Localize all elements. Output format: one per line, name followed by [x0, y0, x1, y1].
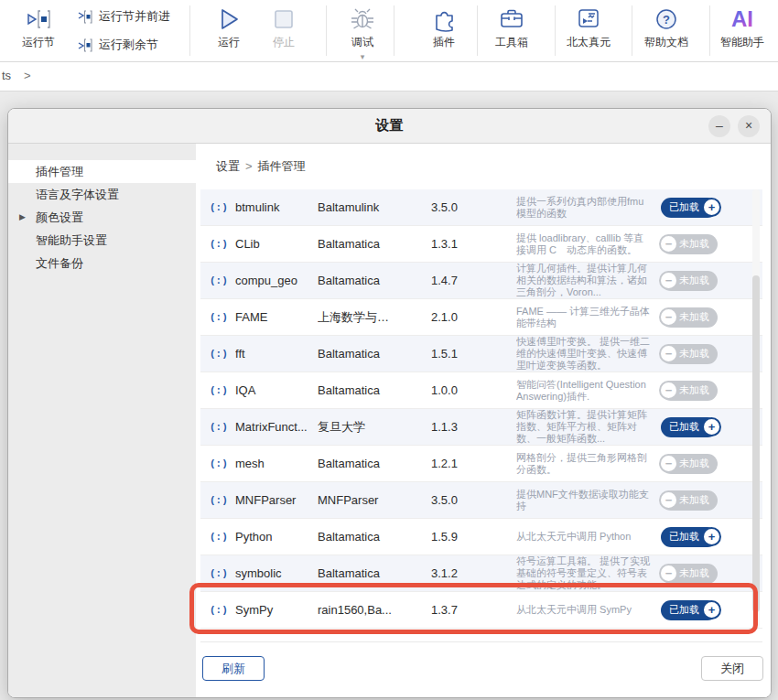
load-toggle[interactable]: 已加载 + [661, 600, 718, 620]
toolbar-separator [326, 5, 327, 56]
table-scrollbar[interactable] [752, 189, 760, 629]
load-toggle[interactable]: 已加载 + [661, 417, 718, 437]
toggle-knob-icon: + [702, 417, 721, 436]
plugin-name: CLib [235, 237, 318, 251]
ai-assistant-button[interactable]: AI 智能助手 [713, 3, 772, 59]
close-icon: × [745, 118, 752, 133]
load-toggle[interactable]: 未加载 − [661, 234, 718, 254]
table-row[interactable]: (:) SymPy rain1560,Ba... 1.3.7 从北太天元中调用 … [200, 592, 762, 629]
plugins-button[interactable]: 插件 [416, 3, 471, 59]
load-toggle[interactable]: 已加载 + [661, 527, 718, 547]
table-row[interactable]: (:) MNFParser MNFParser 3.5.0 提供MNF文件数据读… [200, 482, 762, 519]
beitai-zhenyuan-icon [559, 3, 618, 36]
toggle-knob-icon: − [659, 271, 678, 290]
load-toggle[interactable]: 未加载 − [661, 490, 718, 511]
run-node-forward-button[interactable]: 运行节并前进 [77, 5, 170, 28]
run-button[interactable]: 运行 [205, 3, 253, 59]
plugin-icon: (:) [200, 275, 235, 286]
plugin-description: 快速傅里叶变换。 提供一维二维的快速傅里叶变换、快速傅里叶逆变换等函数。 [516, 336, 654, 372]
table-row[interactable]: (:) MatrixFunct... 复旦大学 1.1.3 矩阵函数计算。提供计… [200, 409, 762, 446]
plugin-description: 符号运算工具箱。 提供了实现基础的符号变量定义、符号表达式的定义的功能。 [516, 555, 654, 591]
table-row[interactable]: (:) btmulink Baltamulink 3.5.0 提供一系列仿真内部… [200, 189, 762, 226]
help-docs-button[interactable]: ? 帮助文档 [637, 3, 696, 59]
plugin-description: FAME —— 计算三维光子晶体能带结构 [516, 306, 654, 329]
debug-bug-icon [335, 3, 390, 36]
run-node-button[interactable]: 运行节 [13, 3, 64, 59]
load-toggle[interactable]: 未加载 − [661, 344, 718, 364]
plugin-icon: (:) [200, 312, 235, 323]
plugin-version: 2.1.0 [431, 310, 516, 324]
toggle-label: 未加载 [679, 237, 709, 251]
plugin-author: 复旦大学 [318, 419, 431, 436]
plugin-version: 1.1.3 [431, 420, 516, 434]
plugin-description: 矩阵函数计算。提供计算矩阵指数、矩阵平方根、矩阵对数、一般矩阵函数... [516, 409, 654, 445]
toggle-knob-icon: − [659, 344, 678, 363]
plugin-version: 1.0.0 [431, 383, 516, 397]
run-label: 运行 [205, 36, 253, 48]
plugin-name: Python [235, 530, 318, 544]
load-toggle[interactable]: 已加载 + [661, 198, 718, 218]
breadcrumb-root[interactable]: 设置 [216, 159, 240, 173]
close-dialog-button[interactable]: 关闭 [701, 656, 763, 681]
plugin-author: Baltamatica [318, 530, 431, 544]
load-toggle[interactable]: 未加载 − [661, 454, 718, 474]
sidebar-item-文件备份[interactable]: 文件备份 [8, 252, 196, 275]
load-toggle[interactable]: 未加载 − [661, 564, 718, 584]
debug-button[interactable]: 调试 ▾ [335, 3, 390, 59]
puzzle-icon [416, 3, 471, 36]
run-icon [205, 3, 253, 36]
beitai-zhenyuan-button[interactable]: 北太真元 [559, 3, 618, 59]
breadcrumb-current: 插件管理 [258, 159, 306, 173]
plugin-name: SymPy [235, 603, 318, 617]
table-row[interactable]: (:) FAME 上海数学与… 2.1.0 FAME —— 计算三维光子晶体能带… [200, 299, 762, 336]
plugin-icon: (:) [200, 605, 235, 616]
sidebar-item-语言及字体设置[interactable]: 语言及字体设置 [8, 183, 196, 206]
load-toggle[interactable]: 未加载 − [661, 271, 718, 291]
table-row[interactable]: (:) Python Baltamatica 1.5.9 从北太天元中调用 Py… [200, 519, 762, 555]
scrollbar-thumb[interactable] [752, 275, 760, 612]
toggle-label: 已加载 [669, 420, 699, 434]
toggle-label: 未加载 [679, 274, 709, 287]
tab-label-truncated[interactable]: ts [2, 69, 11, 82]
table-row[interactable]: (:) compu_geo Baltamatica 1.4.7 计算几何插件。提… [200, 263, 762, 299]
plugin-name: IQA [235, 383, 318, 397]
close-button[interactable]: × [738, 115, 760, 137]
toolbar-separator [394, 5, 394, 56]
plugin-author: Baltamatica [318, 566, 431, 580]
sidebar-item-label: 插件管理 [36, 165, 83, 178]
load-toggle[interactable]: 未加载 − [661, 307, 718, 328]
sidebar-item-插件管理[interactable]: 插件管理 [8, 160, 196, 183]
stop-button: 停止 [260, 3, 308, 59]
sidebar-item-颜色设置[interactable]: ▶ 颜色设置 [8, 206, 196, 229]
settings-sidebar: 插件管理 语言及字体设置 ▶ 颜色设置 智能助手设置 文件备份 [8, 144, 196, 697]
toolbox-icon [483, 3, 540, 36]
plugin-version: 3.5.0 [431, 200, 516, 214]
plugin-description: 计算几何插件。提供计算几何相关的数据结构和算法，诸如三角剖分，Voron... [516, 263, 654, 298]
toolbox-button[interactable]: 工具箱 [483, 3, 540, 59]
sidebar-item-智能助手设置[interactable]: 智能助手设置 [8, 229, 196, 252]
plugin-author: 上海数学与… [318, 309, 431, 326]
toolbar-separator [477, 5, 478, 56]
run-remaining-button[interactable]: 运行剩余节 [77, 33, 158, 57]
plugin-icon: (:) [200, 568, 235, 579]
expand-caret-icon[interactable]: ▶ [19, 206, 26, 229]
table-row[interactable]: (:) mesh Baltamatica 1.2.1 网格剖分，提供三角形网格剖… [200, 446, 762, 482]
run-remaining-label: 运行剩余节 [99, 37, 158, 53]
plugin-version: 1.3.1 [431, 237, 516, 251]
ai-logo-icon: AI [713, 3, 772, 36]
table-row[interactable]: (:) fft Baltamatica 1.5.1 快速傅里叶变换。 提供一维二… [200, 336, 762, 372]
table-row[interactable]: (:) CLib Baltamatica 1.3.1 提供 loadlibrar… [200, 226, 762, 263]
plugin-table: (:) btmulink Baltamulink 3.5.0 提供一系列仿真内部… [200, 189, 762, 629]
minimize-button[interactable]: – [708, 115, 730, 137]
load-toggle[interactable]: 未加载 − [661, 381, 718, 401]
svg-text:?: ? [663, 13, 670, 27]
chevron-down-icon[interactable]: ▾ [335, 53, 390, 60]
toggle-knob-icon: − [659, 234, 678, 253]
toggle-label: 未加载 [679, 310, 709, 324]
table-row[interactable]: (:) symbolic Baltamatica 3.1.2 符号运算工具箱。 … [200, 555, 762, 592]
table-row[interactable]: (:) IQA Baltamatica 1.0.0 智能问答(Intellige… [200, 372, 762, 409]
refresh-button[interactable]: 刷新 [202, 656, 265, 681]
plugin-author: Baltamatica [318, 237, 431, 251]
main-toolbar: 运行节 运行节并前进 运行剩余节 运行 停止 [0, 0, 778, 62]
plugin-name: FAME [235, 310, 318, 324]
